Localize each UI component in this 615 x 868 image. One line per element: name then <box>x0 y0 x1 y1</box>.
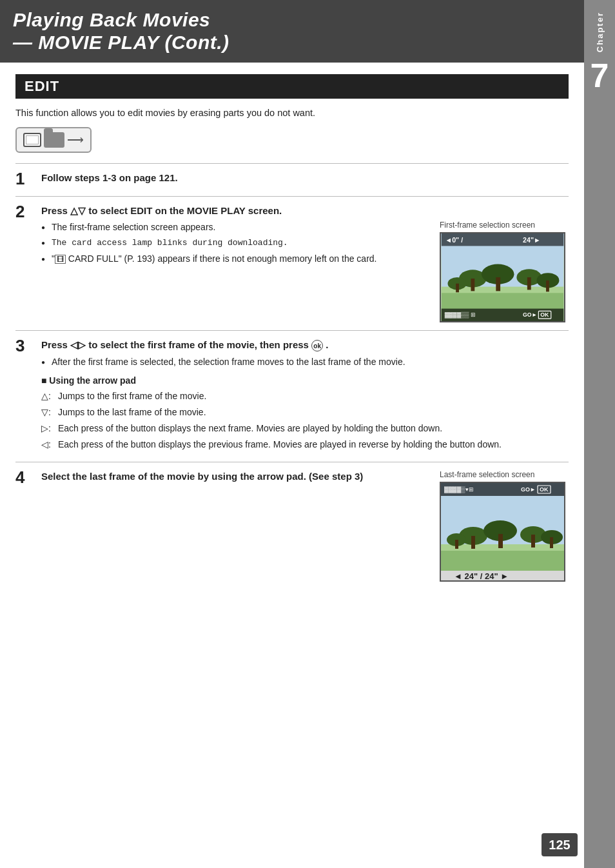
last-frame-screen: ▓▓▓▓▒▾⊞ GO► OK ◄ 24" / 24" ► <box>440 482 565 582</box>
arrow-pad-title: Using the arrow pad <box>41 375 569 386</box>
step-2-bullet-1: The first-frame selection screen appears… <box>41 221 428 234</box>
svg-text:◄0" /: ◄0" / <box>445 236 464 244</box>
arrow-up-item: △: Jumps to the first frame of the movie… <box>41 390 569 403</box>
chapter-number: 7 <box>591 59 609 92</box>
svg-rect-12 <box>456 284 459 293</box>
palm-scene-svg: ◄0" / 24"► ▓▓▓▓▒▒ ⊞ GO► OK <box>441 233 564 321</box>
step-4-layout: Select the last frame of the movie by us… <box>41 470 569 582</box>
rectangle-icon <box>23 133 41 147</box>
svg-text:▓▓▓▓▒▒ ⊞: ▓▓▓▓▒▒ ⊞ <box>445 311 476 319</box>
step-1-title: Follow steps 1-3 on page 121. <box>41 172 569 184</box>
chapter-label: Chapter <box>595 12 605 52</box>
step-4-content: Select the last frame of the movie by us… <box>41 470 569 582</box>
step-2-title: Press △▽ to select EDIT on the MOVIE PLA… <box>41 204 569 217</box>
arrow-left-text: Each press of the button displays the pr… <box>58 438 502 451</box>
arrow-up-symbol: △: <box>41 390 54 403</box>
step-3-content: Press ◁▷ to select the first frame of th… <box>41 339 569 454</box>
page-header: Playing Back Movies — MOVIE PLAY (Cont.) <box>0 0 615 63</box>
arrow-down-text: Jumps to the last frame of the movie. <box>58 406 206 419</box>
svg-rect-25 <box>471 536 475 549</box>
arrow-right-item: ▷: Each press of the button displays the… <box>41 422 569 435</box>
step-2-content: Press △▽ to select EDIT on the MOVIE PLA… <box>41 204 569 323</box>
step-4-image-area: Last-frame selection screen <box>440 470 569 582</box>
svg-text:24"►: 24"► <box>523 236 541 244</box>
svg-text:OK: OK <box>540 486 549 493</box>
step-3-bullet-1: After the first frame is selected, the s… <box>41 355 569 369</box>
step-4: 4 Select the last frame of the movie by … <box>15 462 569 589</box>
step-2-image-area: First-frame selection screen <box>440 221 569 322</box>
step-3-title: Press ◁▷ to select the first frame of th… <box>41 339 569 351</box>
arrow-right-symbol: ▷: <box>41 422 54 435</box>
last-frame-svg: ▓▓▓▓▒▾⊞ GO► OK ◄ 24" / 24" ► <box>441 483 565 582</box>
step-2-bullets: The first-frame selection screen appears… <box>41 221 428 266</box>
svg-text:▓▓▓▓▒▾⊞: ▓▓▓▓▒▾⊞ <box>444 486 474 493</box>
header-title-line2: — MOVIE PLAY (Cont.) <box>13 32 602 54</box>
step-4-title: Select the last frame of the movie by us… <box>41 470 428 483</box>
arrow-icon: ⟶ <box>67 133 84 147</box>
icon-inner: ⟶ <box>23 132 84 148</box>
svg-text:◄  24" /   24" ►: ◄ 24" / 24" ► <box>454 571 509 581</box>
arrow-right-text: Each press of the button displays the ne… <box>58 422 442 435</box>
header-title-line1: Playing Back Movies <box>13 9 602 32</box>
step-2-text: The first-frame selection screen appears… <box>41 221 428 322</box>
svg-text:OK: OK <box>540 311 549 318</box>
screen-background: ◄0" / 24"► ▓▓▓▓▒▒ ⊞ GO► OK <box>441 233 564 321</box>
step-3-body: After the first frame is selected, the s… <box>41 355 569 451</box>
svg-text:GO►: GO► <box>521 486 536 493</box>
svg-text:GO►: GO► <box>523 311 537 318</box>
arrow-down-item: ▽: Jumps to the last frame of the movie. <box>41 406 569 419</box>
svg-rect-29 <box>531 535 535 547</box>
svg-rect-33 <box>455 540 458 549</box>
main-content: EDIT This function allows you to edit mo… <box>0 74 584 605</box>
step-1-content: Follow steps 1-3 on page 121. <box>41 172 569 188</box>
edit-section-title: EDIT <box>15 74 569 99</box>
arrow-up-text: Jumps to the first frame of the movie. <box>58 390 206 403</box>
arrow-pad-section: Using the arrow pad △: Jumps to the firs… <box>41 375 569 451</box>
step-1-number: 1 <box>15 170 39 187</box>
svg-rect-4 <box>471 279 474 291</box>
step-1: 1 Follow steps 1-3 on page 121. <box>15 163 569 196</box>
step-2: 2 Press △▽ to select EDIT on the MOVIE P… <box>15 196 569 331</box>
last-frame-caption: Last-frame selection screen <box>440 470 534 479</box>
step-2-bullet-2: The card access lamp blinks during downl… <box>41 237 428 250</box>
arrow-left-item: ◁: Each press of the button displays the… <box>41 438 569 451</box>
edit-intro-text: This function allows you to edit movies … <box>15 108 569 118</box>
step-2-bullet-3: "🎞 CARD FULL" (P. 193) appears if there … <box>41 252 428 266</box>
step-3-bullets: After the first frame is selected, the s… <box>41 355 569 369</box>
svg-rect-10 <box>546 281 549 291</box>
arrow-left-symbol: ◁: <box>41 438 54 451</box>
svg-rect-8 <box>527 277 531 290</box>
first-frame-screen: ◄0" / 24"► ▓▓▓▓▒▒ ⊞ GO► OK <box>440 232 565 322</box>
svg-rect-31 <box>550 537 553 548</box>
step-2-layout: The first-frame selection screen appears… <box>41 221 569 322</box>
edit-icon-box: ⟶ <box>15 127 92 153</box>
page-number: 125 <box>542 833 578 856</box>
step-2-number: 2 <box>15 203 39 220</box>
svg-rect-27 <box>498 534 503 548</box>
folder-icon <box>44 132 64 148</box>
svg-rect-6 <box>496 277 500 291</box>
first-frame-caption: First-frame selection screen <box>440 221 535 230</box>
chapter-sidebar: Chapter 7 <box>584 0 615 868</box>
step-4-text: Select the last frame of the movie by us… <box>41 470 428 582</box>
arrow-down-symbol: ▽: <box>41 406 54 419</box>
step-3: 3 Press ◁▷ to select the first frame of … <box>15 330 569 462</box>
step-4-number: 4 <box>15 469 39 486</box>
step-3-number: 3 <box>15 337 39 354</box>
